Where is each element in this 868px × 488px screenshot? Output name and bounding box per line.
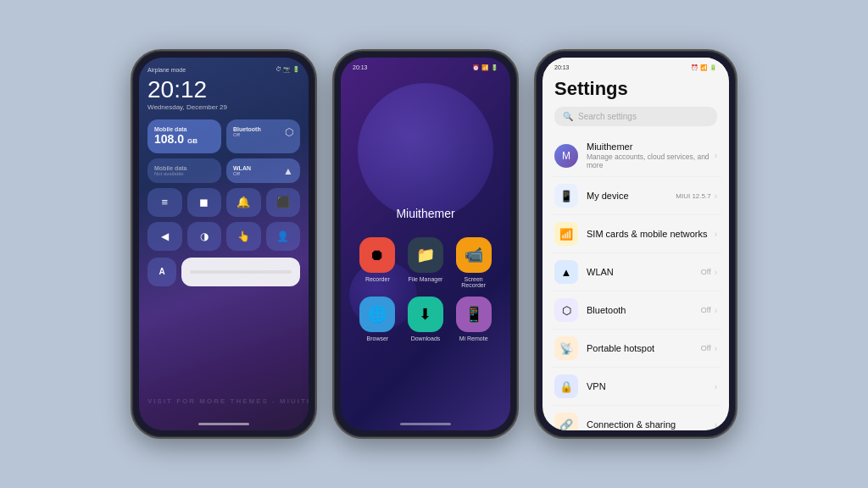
settings-item-account[interactable]: M Miuithemer Manage accounts, cloud serv…: [551, 135, 721, 177]
wlan-tile[interactable]: ▲ WLAN Off: [226, 158, 300, 183]
icon-row-2: ◀ ◑ 👆 👤: [147, 222, 300, 251]
icon-btn-1[interactable]: ≡: [147, 188, 182, 217]
hotspot-right: Off ›: [701, 344, 717, 353]
bluetooth-tile[interactable]: ⬡ Bluetooth Off: [226, 119, 300, 153]
settings-screen: 20:13 ⏰ 📶 🔋 Settings 🔍 Search settings M…: [542, 58, 729, 430]
chevron-icon-bluetooth: ›: [715, 306, 717, 315]
chevron-icon-connection: ›: [715, 420, 717, 430]
phone2-username: Miuithemer: [396, 207, 454, 220]
app-browser[interactable]: 🌐 Browser: [358, 297, 398, 341]
bluetooth-right: Off ›: [701, 306, 717, 315]
app-icon-file-manager: 📁: [408, 237, 443, 273]
search-placeholder: Search settings: [578, 112, 637, 121]
icon-btn-2[interactable]: ◼: [187, 188, 222, 217]
app-icon-recorder: ⏺: [359, 237, 395, 273]
chevron-icon-sim: ›: [715, 230, 717, 239]
wlan-content: WLAN: [587, 267, 701, 277]
chevron-icon-device: ›: [715, 191, 717, 201]
phone1-time: 20:12: [147, 78, 300, 102]
tile-mobile-data-value: 108.0 GB: [154, 132, 214, 147]
wlan-title: WLAN: [587, 267, 701, 277]
slider-track: [190, 270, 292, 274]
app-downloads[interactable]: ⬇ Downloads: [406, 297, 446, 341]
account-sub: Manage accounts, cloud services, and mor…: [587, 152, 715, 169]
vpn-title: VPN: [587, 381, 715, 391]
my-device-icon: 📱: [554, 184, 578, 208]
app-icon-downloads: ⬇: [408, 297, 443, 332]
app-mi-remote[interactable]: 📱 Mi Remote: [453, 297, 493, 341]
sim-chevron: ›: [715, 230, 717, 239]
hotspot-status: Off: [701, 344, 711, 352]
phone1-date: Wednesday, December 29: [147, 103, 300, 111]
settings-item-vpn[interactable]: 🔒 VPN ›: [551, 368, 721, 406]
app-file-manager[interactable]: 📁 File Manager: [406, 237, 446, 288]
tile-mobile-data2-label: Mobile data: [154, 165, 214, 171]
deco-circle-big: [358, 83, 493, 219]
app-recorder[interactable]: ⏺ Recorder: [358, 237, 398, 288]
search-icon: 🔍: [563, 112, 573, 121]
app-icon-screen-recorder: 📹: [456, 237, 492, 273]
settings-title: Settings: [542, 75, 729, 107]
brightness-row: A: [147, 258, 300, 286]
tile-mobile-data-label: Mobile data: [154, 126, 214, 132]
hotspot-title: Portable hotspot: [587, 343, 701, 353]
app-grid: ⏺ Recorder 📁 File Manager 📹 Screen Recor…: [341, 237, 510, 341]
app-label-browser: Browser: [366, 336, 388, 341]
settings-list: M Miuithemer Manage accounts, cloud serv…: [542, 135, 729, 430]
gesture-btn[interactable]: 👆: [226, 222, 261, 251]
sim-content: SIM cards & mobile networks: [587, 229, 715, 239]
connection-sharing-title: Connection & sharing: [587, 419, 715, 430]
miui-version-badge: MIUI 12.5.7: [676, 192, 710, 200]
chevron-icon-vpn: ›: [715, 382, 717, 391]
phone3-status-right: ⏰ 📶 🔋: [691, 64, 717, 71]
app-icon-mi-remote: 📱: [456, 297, 492, 332]
user-btn[interactable]: 👤: [266, 222, 301, 251]
tile-mobile-data2-sub: Not available: [154, 171, 214, 176]
phone3-status-left: 20:13: [554, 64, 570, 71]
text-size-btn[interactable]: A: [147, 258, 176, 286]
settings-search-bar[interactable]: 🔍 Search settings: [554, 107, 717, 126]
display-btn[interactable]: ◑: [187, 222, 222, 251]
my-device-title: My device: [587, 191, 676, 201]
mobile-data-2-tile[interactable]: Mobile data Not available: [147, 158, 221, 183]
volume-btn[interactable]: ◀: [147, 222, 182, 251]
bluetooth-icon: ⬡: [554, 298, 578, 322]
sim-icon: 📶: [554, 222, 578, 246]
settings-item-wlan[interactable]: ▲ WLAN Off ›: [551, 253, 721, 291]
phones-container: Airplane mode ⏱ 📷 🔋 20:12 Wednesday, Dec…: [0, 0, 868, 488]
app-label-screen-recorder: Screen Recorder: [453, 276, 493, 288]
watermark: VISIT FOR MORE THEMES - MIUITHEMER.COM: [147, 397, 300, 405]
settings-item-my-device[interactable]: 📱 My device MIUI 12.5.7 ›: [551, 177, 721, 215]
vpn-icon: 🔒: [554, 374, 578, 398]
chevron-icon-wlan: ›: [715, 268, 717, 277]
settings-item-hotspot[interactable]: 📡 Portable hotspot Off ›: [551, 330, 721, 368]
account-content: Miuithemer Manage accounts, cloud servic…: [587, 141, 715, 169]
my-device-content: My device: [587, 191, 676, 201]
phone-3: 20:13 ⏰ 📶 🔋 Settings 🔍 Search settings M…: [534, 49, 737, 439]
brightness-slider[interactable]: [181, 258, 300, 286]
settings-item-bluetooth[interactable]: ⬡ Bluetooth Off ›: [551, 291, 721, 330]
settings-item-connection-sharing[interactable]: 🔗 Connection & sharing ›: [551, 406, 721, 430]
connection-sharing-content: Connection & sharing: [587, 419, 715, 430]
connection-sharing-icon: 🔗: [554, 413, 578, 430]
phone1-status-right: ⏱ 📷 🔋: [275, 66, 300, 73]
account-name: Miuithemer: [587, 141, 715, 152]
tile-bluetooth-label: Bluetooth: [233, 126, 293, 132]
wlan-icon: ▲: [554, 260, 578, 284]
chevron-icon-account: ›: [715, 151, 717, 160]
app-label-file-manager: File Manager: [409, 276, 443, 282]
phone1-status-left: Airplane mode: [147, 67, 186, 73]
phone3-status-bar: 20:13 ⏰ 📶 🔋: [542, 58, 729, 75]
icon-btn-4[interactable]: ⬛: [266, 188, 301, 217]
account-avatar: M: [554, 144, 578, 168]
settings-item-sim[interactable]: 📶 SIM cards & mobile networks ›: [551, 215, 721, 253]
mobile-data-tile[interactable]: Mobile data 108.0 GB: [147, 119, 221, 153]
app-screen-recorder[interactable]: 📹 Screen Recorder: [453, 237, 493, 288]
account-chevron: ›: [715, 151, 717, 160]
app-icon-browser: 🌐: [359, 297, 395, 332]
app-label-downloads: Downloads: [411, 336, 441, 341]
wlan-right: Off ›: [701, 268, 717, 277]
app-label-mi-remote: Mi Remote: [459, 336, 488, 341]
tile-bluetooth-status: Off: [233, 132, 293, 137]
icon-btn-3[interactable]: 🔔: [226, 188, 261, 217]
